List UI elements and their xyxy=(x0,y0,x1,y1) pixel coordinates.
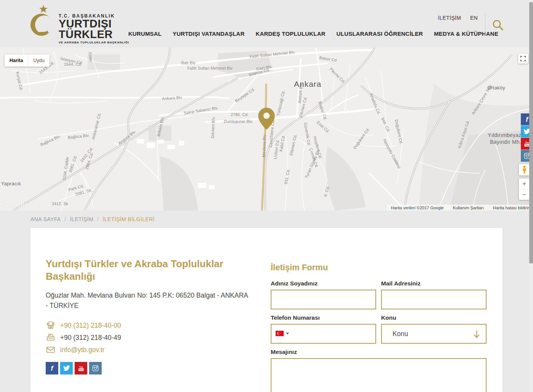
nav-yurtdisi-vatandaslar[interactable]: YURTDIŞI VATANDAŞLAR xyxy=(172,30,244,37)
header-divider xyxy=(485,14,485,37)
contact-list: +90 (312) 218-40-00 +90 (312) 218-40-49 … xyxy=(46,319,244,356)
google-map[interactable]: İstasyon Cd.1544. Cd.1543. Cd.Kurşat Cd.… xyxy=(0,48,533,210)
site-header: T.C. BAŞBAKANLIK YURTDIŞI TÜRKLER VE AKR… xyxy=(0,0,533,48)
form-title: İletişim Formu xyxy=(271,263,487,272)
map-type-control: Harita Uydu xyxy=(5,54,49,67)
map-street-label: Etiler xyxy=(88,52,93,62)
twitter-icon xyxy=(63,365,70,371)
nav-medya-kutuphane[interactable]: MEDYA & KÜTÜPHANE xyxy=(434,30,498,37)
site-logo[interactable]: T.C. BAŞBAKANLIK YURTDIŞI TÜRKLER VE AKR… xyxy=(30,4,129,44)
youtube-icon: You Tube xyxy=(77,365,85,372)
google-watermark: Google xyxy=(3,200,29,209)
map-fullscreen-button[interactable] xyxy=(518,54,528,64)
facebook-icon: f xyxy=(526,116,528,123)
map-street-label: Ortaköy xyxy=(487,85,505,91)
breadcrumb-separator: / xyxy=(65,216,66,222)
map-street-label: Fatih Sultan Mehmet Blv xyxy=(187,66,233,70)
breadcrumb: ANA SAYFA / İLETİŞİM / İLETİŞİM BİLGİLER… xyxy=(0,210,533,228)
pegman-icon xyxy=(522,166,527,174)
nav-kardes-topluluklar[interactable]: KARDEŞ TOPLULUKLAR xyxy=(255,30,325,37)
page-scrollbar[interactable] xyxy=(529,0,533,392)
organization-address: Oğuzlar Mah. Mevlana Bulvarı No: 145 P.K… xyxy=(46,290,249,311)
email-input[interactable] xyxy=(381,290,487,309)
twitter-button[interactable] xyxy=(60,362,73,374)
phone-label: Telefon Numarası xyxy=(271,314,376,321)
contact-social-buttons: f You Tube xyxy=(46,362,244,374)
report-error-link[interactable]: Harita hatası bildirin xyxy=(493,206,530,210)
breadcrumb-separator: / xyxy=(97,216,99,222)
scrollbar-thumb[interactable] xyxy=(529,2,533,263)
map-street-label: Mevlana Blv. xyxy=(261,134,266,157)
logo-line-2: YURTDIŞI xyxy=(59,19,129,29)
nav-uluslararasi-ogrenciler[interactable]: ULUSLARARASI ÖĞRENCİLER xyxy=(337,30,423,37)
instagram-button[interactable] xyxy=(89,362,102,374)
fullscreen-icon xyxy=(520,56,526,61)
nav-kurumsal[interactable]: KURUMSAL xyxy=(128,30,161,37)
email-label: Mail Adresiniz xyxy=(381,280,487,287)
fax-row: +90 (312) 218-40-49 xyxy=(46,331,244,344)
map-street-label: 3412. Sk xyxy=(52,201,68,206)
top-link-en[interactable]: EN xyxy=(470,15,478,21)
mail-icon xyxy=(46,346,56,354)
breadcrumb-current: İLETİŞİM BİLGİLERİ xyxy=(103,216,155,222)
top-link-iletisim[interactable]: İLETİŞİM xyxy=(438,15,461,21)
search-button[interactable] xyxy=(492,19,504,31)
map-data-credit: Harita verileri ©2017 Google xyxy=(391,206,444,210)
map-street-label: Yapracık xyxy=(1,181,21,186)
street-view-control[interactable] xyxy=(519,164,530,175)
subject-label: Konu xyxy=(381,314,487,321)
logo-line-4: VE AKRABA TOPLULUKLAR BAŞKANLIĞI xyxy=(59,41,129,44)
main-nav: KURUMSAL YURTDIŞI VATANDAŞLAR KARDEŞ TOP… xyxy=(128,30,498,37)
svg-text:Tube: Tube xyxy=(78,368,83,371)
map-street-label: Bayındır Mh. xyxy=(490,139,521,145)
message-textarea[interactable] xyxy=(271,358,487,392)
fax-icon xyxy=(46,333,56,342)
map-type-harita-button[interactable]: Harita xyxy=(5,54,28,67)
subject-select[interactable]: Konu xyxy=(381,324,487,344)
contact-form-section: İletişim Formu Adınız Soyadınız Mail Adr… xyxy=(271,263,487,392)
terms-link[interactable]: Kullanım Şartları xyxy=(453,206,484,210)
map-type-uydu-button[interactable]: Uydu xyxy=(28,54,49,67)
contact-form: Adınız Soyadınız Mail Adresiniz Telefon … xyxy=(271,280,487,392)
email-link[interactable]: info@ytb.gov.tr xyxy=(60,346,105,354)
map-city-label-ankara: Ankara xyxy=(294,80,322,89)
content-card: Yurtdışı Türkler ve Akraba Topluluklar B… xyxy=(30,228,503,392)
breadcrumb-iletisim[interactable]: İLETİŞİM xyxy=(70,216,94,222)
email-row: info@ytb.gov.tr xyxy=(46,344,244,356)
turkey-flag-icon xyxy=(276,331,284,336)
name-input[interactable] xyxy=(271,290,376,309)
zoom-in-button[interactable]: + xyxy=(519,178,530,189)
svg-text:You: You xyxy=(525,141,529,143)
svg-text:Tube: Tube xyxy=(525,144,529,146)
map-street-label: Yıldırımbeyazıt xyxy=(488,132,524,138)
crescent-star-logo-icon xyxy=(30,4,55,39)
breadcrumb-home[interactable]: ANA SAYFA xyxy=(30,216,61,222)
message-label: Mesajınız xyxy=(271,349,487,355)
country-flag-dropdown[interactable] xyxy=(276,331,289,336)
page: { "colors": { "accent_gold": "#bc9e52", … xyxy=(0,0,533,392)
map-zoom-control: + − xyxy=(519,178,530,200)
organization-title: Yurtdışı Türkler ve Akraba Topluluklar B… xyxy=(46,258,236,283)
youtube-button[interactable]: You Tube xyxy=(75,362,87,374)
map-marker-icon[interactable] xyxy=(258,108,275,130)
name-label: Adınız Soyadınız xyxy=(271,280,376,287)
map-street-label: 2780. Cd. xyxy=(231,112,249,117)
contact-info-section: Yurtdışı Türkler ve Akraba Topluluklar B… xyxy=(46,258,244,374)
map-street-label: Dikmen Blv. xyxy=(210,116,215,139)
instagram-icon xyxy=(92,365,99,371)
zoom-out-button[interactable]: − xyxy=(519,189,530,200)
logo-text: T.C. BAŞBAKANLIK YURTDIŞI TÜRKLER VE AKR… xyxy=(59,4,129,44)
header-top-links: İLETİŞİM EN xyxy=(438,15,478,21)
fax-number: +90 (312) 218-40-49 xyxy=(60,334,121,342)
flag-caret-icon xyxy=(286,333,289,335)
svg-text:You: You xyxy=(79,365,83,368)
phone-row: +90 (312) 218-40-00 xyxy=(46,319,244,331)
search-icon xyxy=(492,19,504,31)
map-street-label: 1544. Cd. xyxy=(64,62,82,67)
logo-line-3: TÜRKLER xyxy=(59,29,129,40)
phone-icon xyxy=(46,321,56,330)
map-street-label: Batı Blv xyxy=(181,61,196,65)
phone-link[interactable]: +90 (312) 218-40-00 xyxy=(60,322,121,330)
map-attribution: Harita verileri ©2017 Google Kullanım Şa… xyxy=(387,205,533,210)
facebook-button[interactable]: f xyxy=(46,362,58,374)
